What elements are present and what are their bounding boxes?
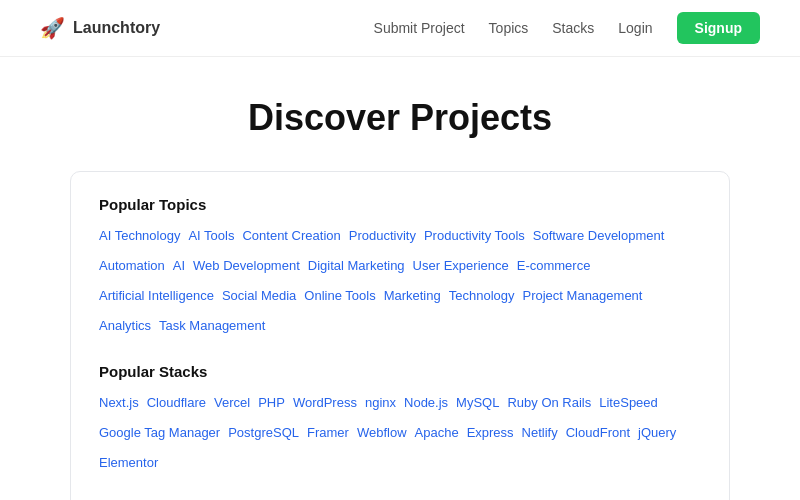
topic-artificial-intelligence[interactable]: Artificial Intelligence <box>99 283 214 309</box>
stack-nginx[interactable]: nginx <box>365 390 396 416</box>
logo-text: Launchtory <box>73 19 160 37</box>
stack-elementor[interactable]: Elementor <box>99 450 158 476</box>
stack-google-tag-manager[interactable]: Google Tag Manager <box>99 420 220 446</box>
stack-cloudflare[interactable]: Cloudflare <box>147 390 206 416</box>
topic-user-experience[interactable]: User Experience <box>413 253 509 279</box>
topic-ai-technology[interactable]: AI Technology <box>99 223 180 249</box>
stack-netlify[interactable]: Netlify <box>522 420 558 446</box>
topic-content-creation[interactable]: Content Creation <box>242 223 340 249</box>
topic-technology[interactable]: Technology <box>449 283 515 309</box>
logo-icon: 🚀 <box>40 16 65 40</box>
topic-productivity-tools[interactable]: Productivity Tools <box>424 223 525 249</box>
stack-webflow[interactable]: Webflow <box>357 420 407 446</box>
stack-wordpress[interactable]: WordPress <box>293 390 357 416</box>
topic-ecommerce[interactable]: E-commerce <box>517 253 591 279</box>
topic-software-development[interactable]: Software Development <box>533 223 665 249</box>
popular-topics-tags: AI Technology AI Tools Content Creation … <box>99 223 701 339</box>
popular-stacks-tags: Next.js Cloudflare Vercel PHP WordPress … <box>99 390 701 476</box>
popular-stacks-title: Popular Stacks <box>99 363 701 380</box>
content-card: Popular Topics AI Technology AI Tools Co… <box>70 171 730 500</box>
popular-topics-title: Popular Topics <box>99 196 701 213</box>
stack-cloudfront[interactable]: CloudFront <box>566 420 630 446</box>
topic-marketing[interactable]: Marketing <box>384 283 441 309</box>
popular-topics-section: Popular Topics AI Technology AI Tools Co… <box>99 196 701 339</box>
signup-button[interactable]: Signup <box>677 12 760 44</box>
nav-topics[interactable]: Topics <box>489 20 529 36</box>
topic-social-media[interactable]: Social Media <box>222 283 296 309</box>
main-content: Discover Projects Popular Topics AI Tech… <box>50 57 750 500</box>
nav-submit-project[interactable]: Submit Project <box>374 20 465 36</box>
topic-ai[interactable]: AI <box>173 253 185 279</box>
topic-automation[interactable]: Automation <box>99 253 165 279</box>
topic-analytics[interactable]: Analytics <box>99 313 151 339</box>
topic-online-tools[interactable]: Online Tools <box>304 283 375 309</box>
stack-apache[interactable]: Apache <box>415 420 459 446</box>
stack-jquery[interactable]: jQuery <box>638 420 676 446</box>
stack-mysql[interactable]: MySQL <box>456 390 499 416</box>
stack-nextjs[interactable]: Next.js <box>99 390 139 416</box>
topic-task-management[interactable]: Task Management <box>159 313 265 339</box>
stack-nodejs[interactable]: Node.js <box>404 390 448 416</box>
stack-php[interactable]: PHP <box>258 390 285 416</box>
main-nav: Submit Project Topics Stacks Login Signu… <box>374 12 760 44</box>
stack-postgresql[interactable]: PostgreSQL <box>228 420 299 446</box>
topic-digital-marketing[interactable]: Digital Marketing <box>308 253 405 279</box>
page-title: Discover Projects <box>70 97 730 139</box>
nav-stacks[interactable]: Stacks <box>552 20 594 36</box>
stack-litespeed[interactable]: LiteSpeed <box>599 390 658 416</box>
stack-ruby-on-rails[interactable]: Ruby On Rails <box>507 390 591 416</box>
login-button[interactable]: Login <box>618 20 652 36</box>
topic-web-development[interactable]: Web Development <box>193 253 300 279</box>
stack-vercel[interactable]: Vercel <box>214 390 250 416</box>
stack-framer[interactable]: Framer <box>307 420 349 446</box>
header: 🚀 Launchtory Submit Project Topics Stack… <box>0 0 800 57</box>
topic-project-management[interactable]: Project Management <box>523 283 643 309</box>
logo[interactable]: 🚀 Launchtory <box>40 16 160 40</box>
stack-express[interactable]: Express <box>467 420 514 446</box>
popular-stacks-section: Popular Stacks Next.js Cloudflare Vercel… <box>99 363 701 476</box>
topic-ai-tools[interactable]: AI Tools <box>188 223 234 249</box>
topic-productivity[interactable]: Productivity <box>349 223 416 249</box>
